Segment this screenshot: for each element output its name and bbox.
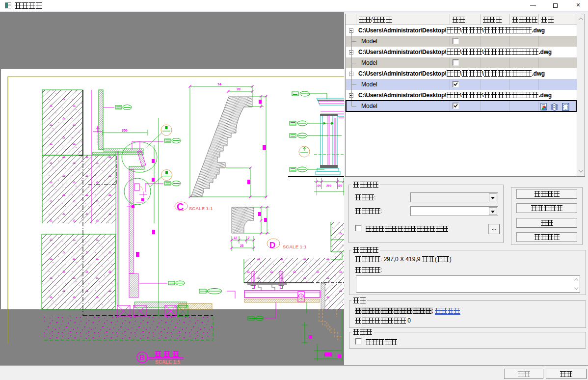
svg-text:120: 120: [337, 184, 343, 187]
svg-text:28: 28: [237, 87, 241, 91]
svg-text:B: B: [140, 353, 145, 361]
svg-text:C: C: [177, 201, 184, 212]
svg-text:SCALE 1:1: SCALE 1:1: [189, 206, 213, 211]
svg-text:100: 100: [316, 184, 321, 187]
svg-text:SCALE 1:1: SCALE 1:1: [283, 244, 307, 249]
svg-text:25: 25: [240, 244, 244, 247]
svg-text:250: 250: [326, 184, 332, 187]
svg-text:D: D: [269, 241, 275, 250]
svg-text:350: 350: [122, 129, 128, 132]
svg-text:74: 74: [217, 82, 221, 86]
svg-text:SCALE 1:5: SCALE 1:5: [155, 359, 181, 365]
svg-text:7: 7: [248, 236, 250, 240]
svg-text:12: 12: [234, 236, 238, 240]
